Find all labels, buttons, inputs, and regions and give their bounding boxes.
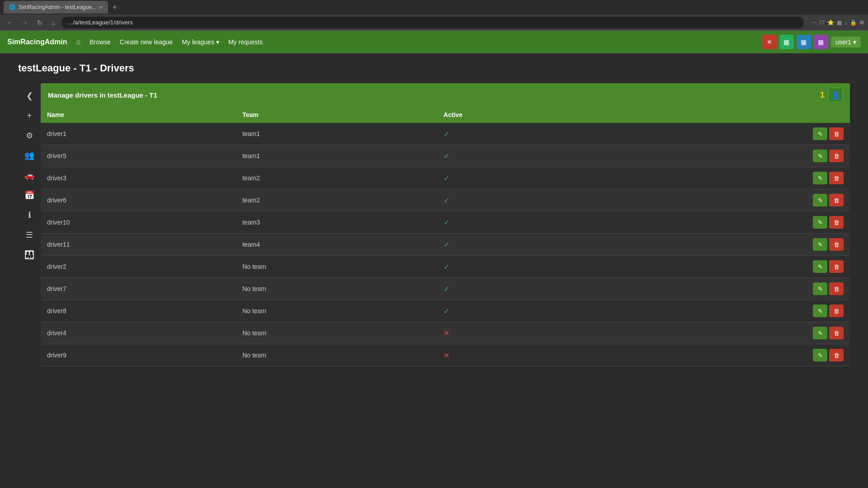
- sidebar-car-btn[interactable]: 🚗: [20, 167, 38, 183]
- navbar-icon-green[interactable]: ▦: [779, 35, 794, 49]
- tab-bar: 🌐 SimRacingAdmin - testLeague... ✕ +: [0, 0, 868, 14]
- driver-delete-btn[interactable]: 🗑: [829, 327, 844, 339]
- driver-edit-btn[interactable]: ✎: [813, 349, 827, 361]
- ext-icon-2[interactable]: 🛡: [819, 19, 825, 26]
- driver-delete-btn[interactable]: 🗑: [829, 349, 844, 361]
- driver-name-cell: driver6: [41, 189, 236, 211]
- driver-delete-btn[interactable]: 🗑: [829, 238, 844, 251]
- driver-action-cell: ✎🗑: [611, 234, 850, 256]
- new-tab-btn[interactable]: +: [110, 3, 119, 11]
- driver-delete-btn[interactable]: 🗑: [829, 127, 844, 140]
- driver-edit-btn[interactable]: ✎: [813, 327, 827, 339]
- table-row: driver7No team✓✎🗑: [41, 278, 850, 300]
- navbar-icon-purple[interactable]: ▦: [814, 35, 828, 49]
- sidebar-list-btn[interactable]: ☰: [20, 227, 38, 243]
- driver-action-cell: ✎🗑: [611, 167, 850, 189]
- sidebar-add-btn[interactable]: +: [20, 108, 38, 124]
- driver-delete-btn[interactable]: 🗑: [829, 150, 844, 162]
- card-header: Manage drivers in testLeague - T1 1 👤: [41, 83, 850, 107]
- driver-name-cell: driver4: [41, 322, 236, 344]
- driver-edit-btn[interactable]: ✎: [813, 282, 827, 295]
- driver-team-cell: team4: [236, 234, 437, 256]
- sidebar-back-btn[interactable]: ❮: [20, 88, 38, 104]
- driver-action-cell: ✎🗑: [611, 145, 850, 167]
- navbar-brand[interactable]: SimRacingAdmin: [7, 38, 67, 46]
- ext-icon-4[interactable]: ▦: [837, 19, 842, 26]
- navbar-icon-red[interactable]: ✕: [762, 35, 777, 49]
- refresh-button[interactable]: ↻: [34, 17, 45, 28]
- driver-name-cell: driver5: [41, 145, 236, 167]
- driver-edit-btn[interactable]: ✎: [813, 172, 827, 184]
- driver-action-cell: ✎🗑: [611, 344, 850, 366]
- navbar: SimRacingAdmin ⌂ Browse Create new leagu…: [0, 31, 868, 53]
- driver-delete-btn[interactable]: 🗑: [829, 172, 844, 184]
- sidebar-settings-btn[interactable]: ⚙: [20, 127, 38, 144]
- navbar-user-btn[interactable]: user1 ▾: [831, 37, 861, 47]
- driver-edit-btn[interactable]: ✎: [813, 305, 827, 317]
- driver-name-cell: driver9: [41, 344, 236, 366]
- navbar-home-icon[interactable]: ⌂: [76, 38, 80, 46]
- driver-delete-btn[interactable]: 🗑: [829, 305, 844, 317]
- card-header-title: Manage drivers in testLeague - T1: [48, 91, 157, 99]
- driver-action-cell: ✎🗑: [611, 211, 850, 234]
- back-button[interactable]: ←: [4, 17, 15, 28]
- table-row: driver9No team✕✎🗑: [41, 344, 850, 366]
- chevron-down-icon: ▾: [216, 38, 219, 46]
- active-check-icon: ✓: [443, 152, 449, 160]
- ext-icon-7[interactable]: ⚙: [859, 19, 864, 26]
- driver-team-cell: No team: [236, 278, 437, 300]
- active-tab[interactable]: 🌐 SimRacingAdmin - testLeague... ✕: [4, 1, 108, 14]
- driver-action-cell: ✎🗑: [611, 189, 850, 211]
- sidebar-info-btn[interactable]: ℹ: [20, 207, 38, 223]
- inactive-check-icon: ✕: [443, 352, 449, 359]
- driver-edit-btn[interactable]: ✎: [813, 238, 827, 251]
- ext-icon-6[interactable]: 🔒: [850, 19, 857, 26]
- driver-edit-btn[interactable]: ✎: [813, 216, 827, 229]
- driver-edit-btn[interactable]: ✎: [813, 150, 827, 162]
- navbar-username: user1: [835, 38, 851, 46]
- ext-icon-1[interactable]: ⋯: [811, 19, 816, 26]
- driver-active-cell: ✓: [437, 189, 611, 211]
- driver-edit-btn[interactable]: ✎: [813, 194, 827, 206]
- sidebar-users-btn[interactable]: 👥: [20, 147, 38, 164]
- navbar-icon-blue[interactable]: ▦: [797, 35, 811, 49]
- tab-close-btn[interactable]: ✕: [99, 5, 103, 10]
- navbar-create-league[interactable]: Create new league: [120, 38, 173, 46]
- driver-delete-btn[interactable]: 🗑: [829, 216, 844, 229]
- ext-icon-3[interactable]: ⭐: [827, 19, 834, 26]
- navbar-my-requests[interactable]: My requests: [228, 38, 263, 46]
- driver-name-cell: driver11: [41, 234, 236, 256]
- table-row: driver6team2✓✎🗑: [41, 189, 850, 211]
- navbar-my-leagues[interactable]: My leagues ▾: [182, 38, 219, 46]
- navbar-right: ✕ ▦ ▦ ▦ user1 ▾: [762, 35, 861, 49]
- active-check-icon: ✓: [443, 307, 449, 315]
- driver-edit-btn[interactable]: ✎: [813, 260, 827, 273]
- driver-delete-btn[interactable]: 🗑: [829, 194, 844, 206]
- driver-team-cell: No team: [236, 300, 437, 322]
- driver-team-cell: team1: [236, 145, 437, 167]
- driver-name-cell: driver7: [41, 278, 236, 300]
- address-input[interactable]: [61, 17, 804, 28]
- sidebar-calendar-btn[interactable]: 📅: [20, 187, 38, 203]
- add-driver-icon: 👤: [831, 91, 840, 99]
- driver-delete-btn[interactable]: 🗑: [829, 260, 844, 273]
- card-header-right: 1 👤: [820, 88, 843, 102]
- driver-action-cell: ✎🗑: [611, 300, 850, 322]
- ext-icon-5[interactable]: ↓: [844, 19, 847, 26]
- col-name: Name: [41, 107, 236, 123]
- driver-name-cell: driver8: [41, 300, 236, 322]
- driver-edit-btn[interactable]: ✎: [813, 127, 827, 140]
- table-row: driver5team1✓✎🗑: [41, 145, 850, 167]
- driver-name-cell: driver1: [41, 123, 236, 145]
- driver-action-cell: ✎🗑: [611, 123, 850, 145]
- home-button[interactable]: ⌂: [49, 17, 58, 28]
- navbar-browse[interactable]: Browse: [90, 38, 111, 46]
- active-check-icon: ✓: [443, 197, 449, 204]
- driver-delete-btn[interactable]: 🗑: [829, 282, 844, 295]
- sidebar-team-btn[interactable]: 👨‍👩‍👧: [20, 247, 38, 263]
- driver-count-badge: 1: [820, 90, 825, 100]
- driver-active-cell: ✓: [437, 278, 611, 300]
- add-driver-btn[interactable]: 👤: [828, 88, 843, 102]
- driver-team-cell: No team: [236, 322, 437, 344]
- forward-button[interactable]: →: [19, 17, 31, 28]
